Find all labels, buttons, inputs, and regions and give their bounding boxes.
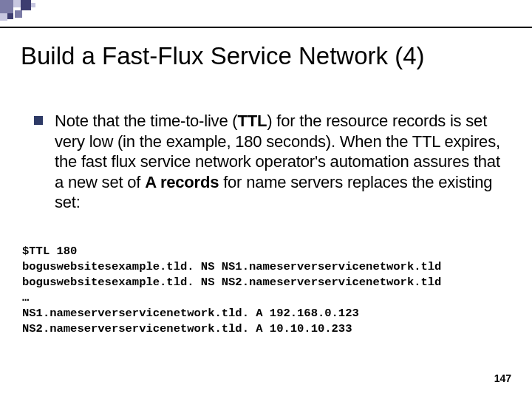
- svg-rect-1: [13, 0, 21, 7]
- slide: Build a Fast-Flux Service Network (4) No…: [0, 0, 532, 399]
- bullet-text: Note that the time-to-live (TTL) for the…: [55, 111, 502, 213]
- dns-records-code: $TTL 180 boguswebsitesexample.tld. NS NS…: [22, 244, 441, 337]
- bullet-item: Note that the time-to-live (TTL) for the…: [34, 111, 502, 213]
- bullet-square-icon: [34, 116, 43, 125]
- svg-rect-4: [7, 13, 13, 19]
- page-number: 147: [494, 372, 511, 384]
- svg-rect-2: [21, 0, 31, 10]
- svg-rect-0: [0, 0, 13, 13]
- svg-rect-3: [0, 13, 7, 21]
- svg-rect-5: [15, 10, 22, 18]
- horizontal-rule: [0, 27, 532, 28]
- corner-decoration: [0, 0, 89, 27]
- svg-rect-6: [31, 3, 35, 7]
- body-content: Note that the time-to-live (TTL) for the…: [34, 111, 502, 213]
- slide-title: Build a Fast-Flux Service Network (4): [21, 43, 511, 69]
